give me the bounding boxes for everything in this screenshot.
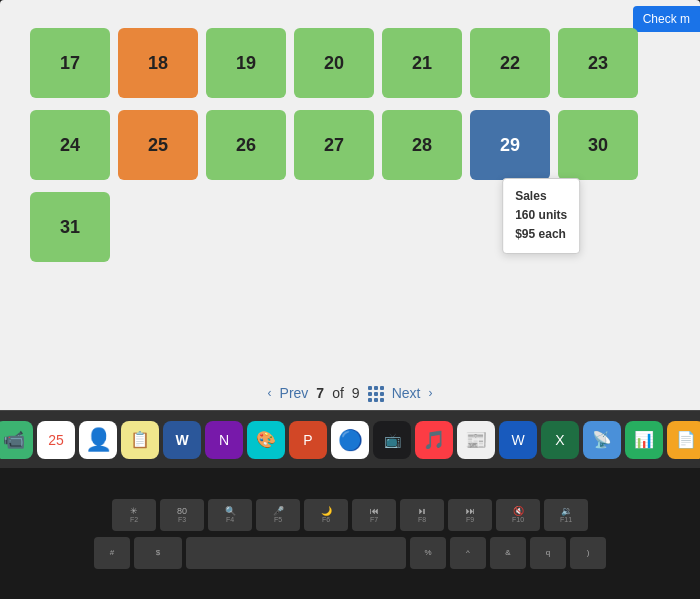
tile-18[interactable]: 18 [118, 28, 198, 98]
total-pages: 9 [352, 385, 360, 401]
key-paren[interactable]: ) [570, 537, 606, 569]
dock-powerpoint[interactable]: P [289, 421, 327, 459]
dock-news[interactable]: 📰 [457, 421, 495, 459]
key-space[interactable] [186, 537, 406, 569]
tile-29[interactable]: 29 Sales 160 units $95 each [470, 110, 550, 180]
prev-button[interactable]: Prev [280, 385, 309, 401]
key-f2[interactable]: ✳︎F2 [112, 499, 156, 531]
fn-key-row: ✳︎F2 80F3 🔍F4 🎤F5 🌙F6 ⏮F7 ⏯F8 ⏭F9 🔇F10 🔉… [112, 499, 588, 531]
tile-23[interactable]: 23 [558, 28, 638, 98]
dock-calendar[interactable]: 25 [37, 421, 75, 459]
dock-word[interactable]: W [163, 421, 201, 459]
pagination: ‹ Prev 7 of 9 Next › [0, 385, 700, 402]
dock-onenote[interactable]: N [205, 421, 243, 459]
tooltip-price: $95 each [515, 225, 567, 244]
dock-excel[interactable]: X [541, 421, 579, 459]
tile-20[interactable]: 20 [294, 28, 374, 98]
tile-28[interactable]: 28 [382, 110, 462, 180]
tile-25[interactable]: 25 [118, 110, 198, 180]
tile-27[interactable]: 27 [294, 110, 374, 180]
tile-21[interactable]: 21 [382, 28, 462, 98]
dock-notes[interactable]: 📋 [121, 421, 159, 459]
tile-26[interactable]: 26 [206, 110, 286, 180]
key-dollar[interactable]: $ [134, 537, 182, 569]
tile-24[interactable]: 24 [30, 110, 110, 180]
grid-view-icon[interactable] [368, 385, 384, 402]
of-text: of [332, 385, 344, 401]
key-amp[interactable]: & [490, 537, 526, 569]
tooltip-units: 160 units [515, 206, 567, 225]
prev-chevron: ‹ [268, 386, 272, 400]
next-chevron: › [428, 386, 432, 400]
tile-19[interactable]: 19 [206, 28, 286, 98]
keyboard-area: ✳︎F2 80F3 🔍F4 🎤F5 🌙F6 ⏮F7 ⏯F8 ⏭F9 🔇F10 🔉… [0, 468, 700, 599]
key-hash[interactable]: # [94, 537, 130, 569]
dock-music[interactable]: 🎵 [415, 421, 453, 459]
dock-contacts[interactable]: 👤 [79, 421, 117, 459]
dock-canva[interactable]: 🎨 [247, 421, 285, 459]
tooltip: Sales 160 units $95 each [502, 178, 580, 254]
tooltip-label: Sales [515, 187, 567, 206]
dock-word2[interactable]: W [499, 421, 537, 459]
key-f5[interactable]: 🎤F5 [256, 499, 300, 531]
tile-30[interactable]: 30 [558, 110, 638, 180]
key-f4[interactable]: 🔍F4 [208, 499, 252, 531]
dock-appletv[interactable]: 📺 [373, 421, 411, 459]
screen: Check m 17 18 19 20 21 22 23 24 25 26 27… [0, 0, 700, 410]
key-f6[interactable]: 🌙F6 [304, 499, 348, 531]
tile-17[interactable]: 17 [30, 28, 110, 98]
dock-transmit[interactable]: 📡 [583, 421, 621, 459]
key-q[interactable]: q [530, 537, 566, 569]
grid-row-2: 24 25 26 27 28 29 Sales 160 units $95 ea… [30, 110, 680, 180]
dock-pages[interactable]: 📄 [667, 421, 700, 459]
key-percent[interactable]: % [410, 537, 446, 569]
key-f9[interactable]: ⏭F9 [448, 499, 492, 531]
tile-22[interactable]: 22 [470, 28, 550, 98]
grid-row-3: 31 [30, 192, 680, 262]
dock-area: ✉️ 🗺️ 🌸 📹 25 👤 📋 W N 🎨 P 🔵 📺 🎵 📰 W X [0, 410, 700, 599]
current-page: 7 [316, 385, 324, 401]
tile-31[interactable]: 31 [30, 192, 110, 262]
dock-facetime[interactable]: 📹 [0, 421, 33, 459]
key-f8[interactable]: ⏯F8 [400, 499, 444, 531]
key-caret[interactable]: ^ [450, 537, 486, 569]
next-button[interactable]: Next [392, 385, 421, 401]
content-area: 17 18 19 20 21 22 23 24 25 26 27 28 29 S… [30, 28, 680, 360]
dock-bar: ✉️ 🗺️ 🌸 📹 25 👤 📋 W N 🎨 P 🔵 📺 🎵 📰 W X [0, 410, 700, 468]
key-f7[interactable]: ⏮F7 [352, 499, 396, 531]
dock-numbers[interactable]: 📊 [625, 421, 663, 459]
grid-row-1: 17 18 19 20 21 22 23 [30, 28, 680, 98]
dock-chrome[interactable]: 🔵 [331, 421, 369, 459]
bottom-key-row: # $ % ^ & q ) [94, 537, 606, 569]
key-f11[interactable]: 🔉F11 [544, 499, 588, 531]
key-f10[interactable]: 🔇F10 [496, 499, 540, 531]
key-f3[interactable]: 80F3 [160, 499, 204, 531]
